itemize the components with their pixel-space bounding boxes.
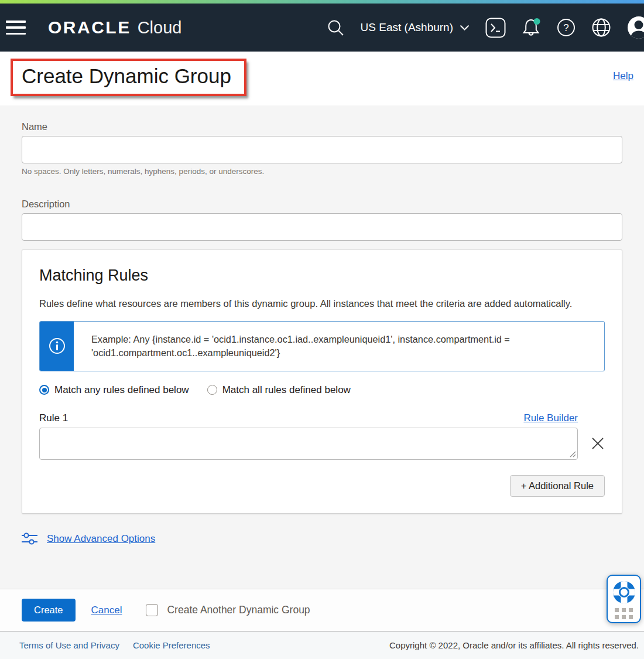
description-label: Description xyxy=(22,199,622,210)
rule-1-row xyxy=(39,428,605,460)
match-mode-radios: Match any rules defined below Match all … xyxy=(39,384,605,396)
top-navigation-bar: ORACLE Cloud US East (Ashburn) xyxy=(0,4,644,52)
show-advanced-options-link[interactable]: Show Advanced Options xyxy=(47,533,155,545)
remove-rule-icon[interactable] xyxy=(590,436,605,451)
copyright-text: Copyright © 2022, Oracle and/or its affi… xyxy=(389,640,639,650)
region-selector[interactable]: US East (Ashburn) xyxy=(361,21,470,34)
add-rule-row: + Additional Rule xyxy=(39,475,605,497)
notification-dot xyxy=(534,18,540,25)
hamburger-menu-icon[interactable] xyxy=(6,21,26,35)
bell-icon[interactable] xyxy=(522,18,541,38)
page-footer: Terms of Use and Privacy Cookie Preferen… xyxy=(0,631,644,659)
rule-1-label: Rule 1 xyxy=(39,412,68,424)
name-label: Name xyxy=(22,121,622,132)
sliders-icon xyxy=(22,532,37,546)
matching-rules-intro: Rules define what resources are members … xyxy=(39,298,604,310)
rule-builder-link[interactable]: Rule Builder xyxy=(523,412,578,424)
radio-match-all[interactable]: Match all rules defined below xyxy=(207,384,351,396)
radio-match-any-label: Match any rules defined below xyxy=(54,384,189,396)
name-input[interactable] xyxy=(22,136,622,163)
svg-text:?: ? xyxy=(563,22,568,33)
example-info-banner: Example: Any {instance.id = 'ocid1.insta… xyxy=(39,321,605,371)
brand-cloud-text: Cloud xyxy=(138,18,182,37)
name-field-group: Name No spaces. Only letters, numerals, … xyxy=(22,105,622,176)
brand-oracle-text: ORACLE xyxy=(48,18,131,37)
form-content: Name No spaces. Only letters, numerals, … xyxy=(0,105,644,589)
cloud-shell-icon[interactable] xyxy=(485,18,506,38)
example-text: Example: Any {instance.id = 'ocid1.insta… xyxy=(74,322,604,371)
widget-grid-dots-icon xyxy=(615,608,633,619)
red-annotation-box: Create Dynamic Group xyxy=(11,59,246,96)
additional-rule-button[interactable]: + Additional Rule xyxy=(510,475,605,497)
rule-1-header: Rule 1 Rule Builder xyxy=(39,412,578,424)
resize-grip-icon[interactable] xyxy=(570,451,576,457)
question-circle-icon[interactable]: ? xyxy=(557,18,576,37)
region-label: US East (Ashburn) xyxy=(361,21,453,34)
cancel-link[interactable]: Cancel xyxy=(91,605,122,616)
rule-1-textarea[interactable] xyxy=(39,428,578,460)
matching-rules-card: Matching Rules Rules define what resourc… xyxy=(22,250,622,514)
radio-match-all-label: Match all rules defined below xyxy=(222,384,351,396)
radio-match-any-circle[interactable] xyxy=(39,385,49,395)
page-title-section: Create Dynamic Group Help xyxy=(0,52,644,105)
user-avatar-icon[interactable] xyxy=(627,16,644,39)
info-icon xyxy=(40,322,74,371)
advanced-options-row: Show Advanced Options xyxy=(22,532,622,546)
radio-match-any[interactable]: Match any rules defined below xyxy=(39,384,189,396)
globe-icon[interactable] xyxy=(591,18,611,37)
description-field-group: Description xyxy=(22,199,622,241)
lifebuoy-icon xyxy=(612,580,636,605)
help-link[interactable]: Help xyxy=(613,70,633,82)
matching-rules-title: Matching Rules xyxy=(39,267,605,285)
chevron-down-icon xyxy=(460,25,470,31)
description-input[interactable] xyxy=(22,213,622,241)
action-bar: Create Cancel Create Another Dynamic Gro… xyxy=(0,589,644,631)
cookie-preferences-link[interactable]: Cookie Preferences xyxy=(133,640,210,650)
search-icon[interactable] xyxy=(327,19,345,37)
radio-match-all-circle[interactable] xyxy=(207,385,217,395)
topbar-actions: US East (Ashburn) ? xyxy=(327,16,644,39)
create-another-checkbox[interactable] xyxy=(146,604,158,616)
oracle-cloud-console-page: ORACLE Cloud US East (Ashburn) xyxy=(0,0,644,659)
name-helper-text: No spaces. Only letters, numerals, hyphe… xyxy=(22,167,622,176)
oracle-cloud-logo[interactable]: ORACLE Cloud xyxy=(48,18,181,37)
create-another-label: Create Another Dynamic Group xyxy=(167,604,310,616)
terms-link[interactable]: Terms of Use and Privacy xyxy=(19,640,119,650)
create-button[interactable]: Create xyxy=(22,599,76,622)
page-title: Create Dynamic Group xyxy=(22,64,231,88)
floating-help-widget[interactable] xyxy=(607,575,641,623)
